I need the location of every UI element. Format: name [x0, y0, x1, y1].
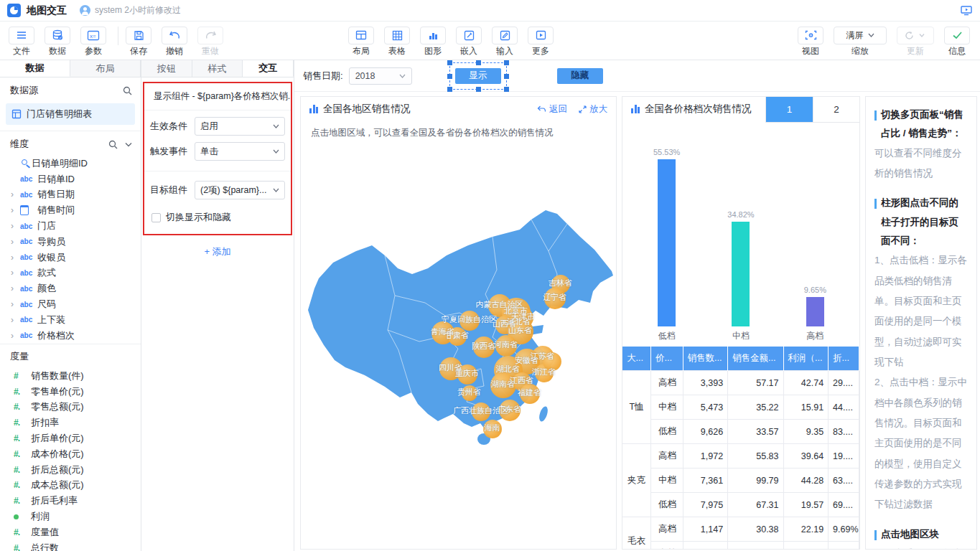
map-province-label[interactable]: 陕西省: [472, 341, 495, 352]
map-province-label[interactable]: 贵州省: [457, 387, 481, 397]
map-province-label[interactable]: 吉林省: [549, 278, 572, 288]
sales-table[interactable]: 大... 价... 销售数... 销售金额... 利润（... 折... T恤高…: [622, 347, 859, 550]
selection-handle[interactable]: [504, 74, 509, 79]
table-row[interactable]: 中档7,36199.7944.2863....: [622, 468, 859, 493]
expand-chevron-icon[interactable]: [11, 189, 20, 199]
sale-date-select[interactable]: 2018: [349, 67, 412, 85]
measure-item[interactable]: 总行数: [0, 540, 141, 551]
datasource-item[interactable]: 门店销售明细表: [6, 103, 135, 125]
save-button[interactable]: 保存: [126, 27, 151, 55]
expand-chevron-icon[interactable]: [11, 253, 20, 263]
hide-button[interactable]: 隐藏: [557, 68, 603, 84]
map-province-label[interactable]: 福建省: [518, 387, 541, 398]
table-row[interactable]: 毛衣高档1,14730.3822.199.69%: [622, 517, 859, 542]
expand-chevron-icon[interactable]: [11, 315, 20, 325]
search-icon[interactable]: [108, 140, 118, 149]
page-1-button[interactable]: 1: [766, 97, 813, 122]
page-2-button[interactable]: 2: [813, 97, 859, 122]
table-button[interactable]: 表格: [384, 27, 410, 55]
search-icon[interactable]: [123, 86, 132, 95]
dimension-item[interactable]: 价格档次: [0, 328, 141, 344]
map-province-label[interactable]: 江西省: [510, 375, 533, 386]
dimension-item[interactable]: 款式: [0, 265, 141, 281]
dimension-item[interactable]: 门店: [0, 218, 141, 234]
embed-button[interactable]: 嵌入: [456, 27, 482, 55]
undo-button[interactable]: 撤销: [162, 27, 187, 55]
map-widget[interactable]: 全国各地区销售情况 返回 放大 点击地图区域，可以查看: [300, 96, 617, 550]
selection-handle[interactable]: [504, 60, 509, 65]
zoom-control[interactable]: 满屏 缩放: [834, 27, 887, 55]
dimension-item[interactable]: 尺码: [0, 296, 141, 312]
bar-rect[interactable]: [658, 159, 676, 326]
price-chart-widget[interactable]: 全国各价格档次销售情况 1 2 55.53% 34.82%: [622, 96, 860, 550]
expand-chevron-icon[interactable]: [11, 299, 20, 309]
measure-item[interactable]: 折扣率: [0, 415, 141, 430]
expand-chevron-icon[interactable]: [11, 283, 20, 293]
bar-low[interactable]: 55.53%: [630, 148, 704, 326]
table-row[interactable]: 中档6,54078.6933.6152....: [622, 542, 859, 550]
map-zoom-link[interactable]: 放大: [579, 103, 607, 116]
dimension-item[interactable]: 收银员: [0, 250, 141, 265]
data-button[interactable]: 数据: [45, 27, 70, 55]
measure-item[interactable]: 度量值: [0, 524, 141, 540]
table-row[interactable]: 低档7,97567.3119.5769....: [622, 493, 859, 517]
measure-item[interactable]: 折后毛利率: [0, 493, 141, 509]
measure-item[interactable]: 折后单价(元): [0, 430, 141, 446]
setting-group-header[interactable]: 显示组件 - ${param}各价格档次销...: [144, 83, 291, 110]
map-province-label[interactable]: 辽宁省: [543, 292, 566, 303]
map-province-label[interactable]: 湖北省: [496, 364, 520, 375]
map-province-label[interactable]: 浙江省: [532, 367, 556, 377]
selection-handle[interactable]: [447, 87, 452, 92]
chart-button[interactable]: 图形: [420, 27, 446, 55]
map-province-label[interactable]: 海南: [485, 423, 500, 433]
preview-icon[interactable]: [960, 5, 973, 17]
tab-data[interactable]: 数据: [0, 60, 70, 77]
map-province-label[interactable]: 河南省: [494, 339, 518, 350]
selection-handle[interactable]: [476, 87, 481, 92]
info-button[interactable]: 信息: [944, 27, 970, 55]
zoom-select[interactable]: 满屏: [834, 27, 887, 44]
measure-item[interactable]: 销售数量(件): [0, 368, 141, 384]
map-stage[interactable]: 吉林省辽宁省内蒙古自治区北京市天津市河北省山西省宁夏回族自治区山东省青海省甘肃省…: [304, 208, 613, 457]
map-province-label[interactable]: 宁夏回族自治区: [442, 314, 497, 325]
more-button[interactable]: 更多: [528, 27, 554, 55]
measure-item[interactable]: 利润: [0, 509, 141, 524]
tab-layout[interactable]: 布局: [70, 60, 141, 77]
map-province-label[interactable]: 山东省: [508, 325, 532, 336]
measure-item[interactable]: 零售单价(元): [0, 384, 141, 400]
dimension-item[interactable]: 日销单明细ID: [0, 156, 141, 171]
dimension-item[interactable]: 导购员: [0, 234, 141, 250]
input-button[interactable]: 输入: [492, 27, 518, 55]
table-row[interactable]: 中档5,47335.2215.9144....: [622, 395, 859, 420]
expand-chevron-icon[interactable]: [11, 237, 20, 247]
dimension-item[interactable]: 上下装: [0, 312, 141, 328]
table-row[interactable]: 低档9,62633.579.3583....: [622, 420, 859, 444]
view-button[interactable]: 视图: [798, 27, 823, 55]
measure-item[interactable]: 折后总额(元): [0, 462, 141, 478]
expand-chevron-icon[interactable]: [11, 268, 20, 278]
expand-chevron-icon[interactable]: [11, 205, 20, 215]
tab-style[interactable]: 样式: [192, 60, 243, 77]
measure-item[interactable]: 成本总额(元): [0, 478, 141, 494]
map-back-link[interactable]: 返回: [537, 103, 567, 116]
tab-button[interactable]: 按钮: [141, 60, 192, 77]
selection-handle[interactable]: [447, 74, 452, 79]
params-button[interactable]: x= 参数: [80, 27, 106, 55]
expand-chevron-icon[interactable]: [11, 331, 20, 341]
tab-interaction[interactable]: 交互: [243, 60, 294, 77]
bar-mid[interactable]: 34.82%: [704, 210, 778, 326]
layout-button[interactable]: 布局: [348, 27, 374, 55]
file-button[interactable]: 文件: [9, 27, 34, 55]
table-row[interactable]: 夹克高档1,97255.8339.6419....: [622, 444, 859, 468]
dimension-item[interactable]: 颜色: [0, 281, 141, 296]
bar-high[interactable]: 9.65%: [778, 286, 852, 326]
add-interaction-button[interactable]: + 添加: [141, 235, 294, 268]
map-province-label[interactable]: 甘肃省: [445, 330, 469, 341]
measure-item[interactable]: 零售总额(元): [0, 400, 141, 415]
measure-item[interactable]: 成本价格(元): [0, 446, 141, 462]
map-province-label[interactable]: 重庆市: [455, 368, 479, 379]
chevron-down-icon[interactable]: [125, 142, 132, 147]
bar-rect[interactable]: [806, 297, 824, 326]
selection-handle[interactable]: [504, 87, 509, 92]
table-row[interactable]: T恤高档3,39357.1742.7429....: [622, 371, 859, 395]
